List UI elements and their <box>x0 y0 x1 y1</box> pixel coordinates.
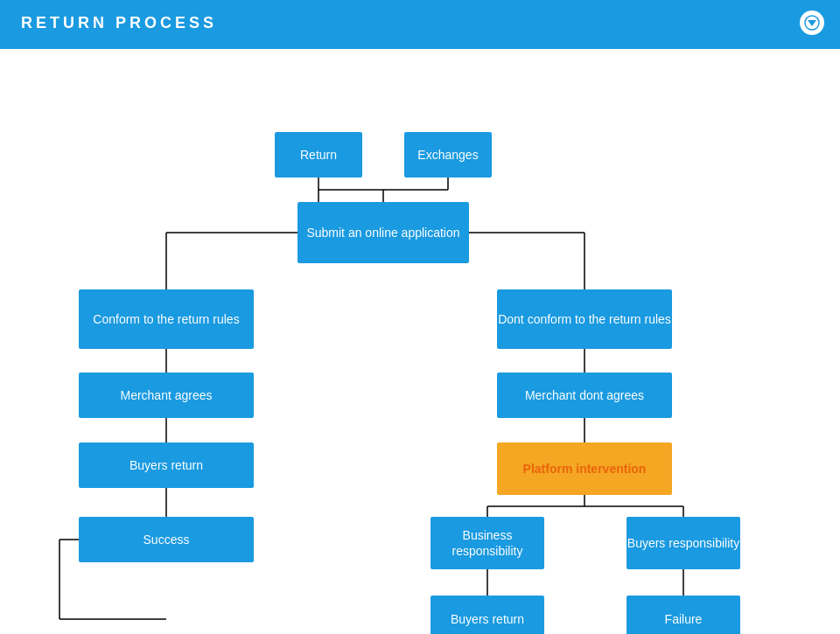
box-merchant-agrees: Merchant agrees <box>79 373 254 418</box>
box-exchanges: Exchanges <box>404 132 492 178</box>
box-conform: Conform to the return rules <box>79 289 254 349</box>
box-buyers-return-right: Buyers return <box>430 596 544 634</box>
header-icon[interactable] <box>798 9 826 37</box>
box-merchant-dont: Merchant dont agrees <box>497 373 672 418</box>
box-success: Success <box>79 517 254 562</box>
box-business-resp: Business responsibility <box>430 517 544 569</box>
diagram-area: Return Exchanges Submit an online applic… <box>0 49 840 631</box>
header-title: RETURN PROCESS <box>21 14 217 32</box>
box-dont-conform: Dont conform to the return rules <box>497 289 672 349</box>
box-submit: Submit an online application <box>298 202 469 263</box>
box-return: Return <box>275 132 362 178</box>
box-failure: Failure <box>626 596 740 634</box>
header: RETURN PROCESS <box>0 0 840 45</box>
box-platform: Platform intervention <box>497 442 672 495</box>
box-buyers-resp: Buyers responsibility <box>626 517 740 569</box>
svg-marker-1 <box>808 20 816 26</box>
box-buyers-return-left: Buyers return <box>79 442 254 488</box>
